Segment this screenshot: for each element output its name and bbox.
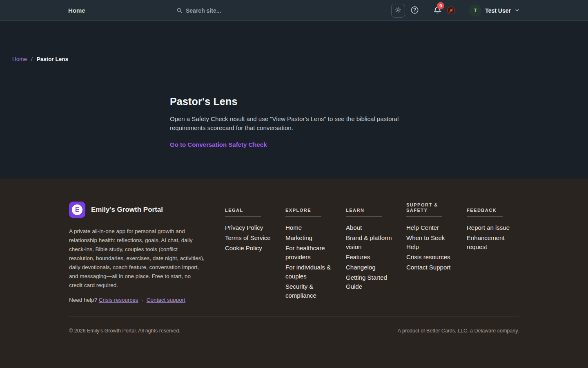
footer-link[interactable]: Terms of Service — [225, 233, 271, 242]
brand-name: Emily's Growth Portal — [91, 206, 163, 214]
footer-link-item: Crisis resources — [406, 253, 459, 262]
footer-link[interactable]: Report an issue — [467, 223, 510, 232]
footer-link[interactable]: Marketing — [285, 233, 312, 242]
breadcrumb: Home / Pastor Lens — [12, 56, 68, 62]
help-button[interactable] — [410, 6, 419, 16]
footer-link[interactable]: Brand & platform vision — [346, 233, 398, 251]
avatar: T — [469, 4, 481, 17]
copyright-text: © 2026 Emily's Growth Portal. All rights… — [69, 328, 180, 334]
brand-description: A private all-in-one app for personal gr… — [69, 227, 205, 290]
footer-link[interactable]: Contact Support — [406, 263, 450, 272]
main-content: Home / Pastor Lens Pastor's Lens Open a … — [0, 21, 588, 179]
crisis-resources-link[interactable]: Crisis resources — [99, 297, 138, 303]
user-menu[interactable]: T Test User — [469, 4, 520, 17]
footer-link-item: Home — [285, 223, 338, 232]
footer-column-header: LEGAL — [225, 202, 277, 213]
notifications-muted-icon[interactable] — [447, 7, 455, 14]
footer-link-item: Getting Started Guide — [346, 273, 398, 291]
pastor-lens-section: Pastor's Lens Open a Safety Check result… — [170, 96, 418, 148]
footer-link-item: Brand & platform vision — [346, 233, 398, 251]
top-navbar: Home — [0, 0, 588, 21]
footer-column-rule — [225, 216, 261, 217]
footer-link-item: When to Seek Help — [406, 233, 459, 251]
question-circle-icon — [410, 6, 419, 16]
footer-link-item: Marketing — [285, 233, 338, 242]
footer-link-item: About — [346, 223, 398, 232]
contact-support-link[interactable]: Contact support — [147, 297, 185, 303]
go-to-safety-check-link[interactable]: Go to Conversation Safety Check — [170, 141, 267, 148]
user-name: Test User — [485, 7, 511, 14]
footer-column-rule — [467, 216, 503, 217]
search-input[interactable] — [186, 7, 292, 14]
footer-column-rule — [285, 216, 321, 217]
footer-link[interactable]: Features — [346, 253, 370, 262]
brand-logo-letter: E — [72, 204, 82, 215]
footer-brand-block: E Emily's Growth Portal A private all-in… — [69, 202, 206, 303]
breadcrumb-separator: / — [31, 56, 33, 62]
page-description: Open a Safety Check result and use "View… — [170, 114, 418, 132]
footer-link-item: Report an issue — [467, 223, 519, 232]
footer-link[interactable]: Security & compliance — [285, 282, 338, 300]
footer-link[interactable]: Cookie Policy — [225, 244, 262, 253]
footer-link-item: Contact Support — [406, 263, 459, 272]
footer-column-rule — [406, 216, 442, 217]
footer-link-item: For individuals & couples — [285, 263, 338, 281]
footer-bottom-bar: © 2026 Emily's Growth Portal. All rights… — [69, 317, 519, 334]
footer-column-header: SUPPORT & SAFETY — [406, 202, 459, 213]
footer-column-header: FEEDBACK — [467, 202, 519, 213]
page-title: Pastor's Lens — [170, 96, 418, 108]
product-note: A product of Better Cards, LLC, a Delawa… — [398, 328, 519, 334]
sun-icon — [395, 7, 401, 14]
footer-column: LEARNAboutBrand & platform visionFeature… — [346, 202, 398, 303]
footer-link-item: Changelog — [346, 263, 398, 272]
navbar-divider — [462, 5, 462, 16]
chevron-down-icon — [514, 7, 520, 14]
site-footer: E Emily's Growth Portal A private all-in… — [0, 179, 588, 368]
footer-link[interactable]: For individuals & couples — [285, 263, 338, 281]
footer-link-item: Features — [346, 253, 398, 262]
footer-link[interactable]: Changelog — [346, 263, 376, 272]
navbar-right-cluster: 9 T Test User — [391, 0, 520, 21]
breadcrumb-current: Pastor Lens — [37, 56, 68, 62]
footer-column-rule — [346, 216, 382, 217]
footer-column: FEEDBACKReport an issueEnhancement reque… — [467, 202, 519, 303]
footer-link[interactable]: Help Center — [406, 223, 439, 232]
footer-link-item: Privacy Policy — [225, 223, 277, 232]
footer-link[interactable]: Getting Started Guide — [346, 273, 398, 291]
nav-home-link[interactable]: Home — [68, 0, 85, 21]
theme-toggle-button[interactable] — [391, 4, 405, 18]
footer-link-item: Security & compliance — [285, 282, 338, 300]
footer-link[interactable]: Crisis resources — [406, 253, 450, 262]
footer-link-item: For healthcare providers — [285, 244, 338, 262]
need-help-label: Need help? — [69, 297, 97, 303]
footer-link[interactable]: When to Seek Help — [406, 233, 459, 251]
need-help-row: Need help? Crisis resources · Contact su… — [69, 297, 206, 303]
breadcrumb-home-link[interactable]: Home — [12, 56, 27, 62]
search-icon — [176, 7, 183, 13]
footer-link[interactable]: For healthcare providers — [285, 244, 338, 262]
dot-separator: · — [141, 297, 143, 303]
navbar-divider — [426, 5, 426, 16]
footer-link[interactable]: Privacy Policy — [225, 223, 263, 232]
notification-count-badge: 9 — [437, 2, 444, 9]
footer-link-item: Enhancement request — [467, 233, 519, 251]
footer-column-header: LEARN — [346, 202, 398, 213]
footer-link-item: Help Center — [406, 223, 459, 232]
footer-column-header: EXPLORE — [285, 202, 338, 213]
footer-link[interactable]: Enhancement request — [467, 233, 519, 251]
footer-column: LEGALPrivacy PolicyTerms of ServiceCooki… — [225, 202, 277, 303]
footer-link-item: Cookie Policy — [225, 244, 277, 253]
site-search[interactable] — [176, 0, 292, 21]
footer-column: EXPLOREHomeMarketingFor healthcare provi… — [285, 202, 338, 303]
footer-link[interactable]: About — [346, 223, 362, 232]
notifications-button[interactable]: 9 — [433, 6, 442, 16]
footer-link[interactable]: Home — [285, 223, 302, 232]
brand-logo-icon: E — [69, 202, 85, 218]
footer-link-columns: LEGALPrivacy PolicyTerms of ServiceCooki… — [225, 202, 519, 303]
footer-column: SUPPORT & SAFETYHelp CenterWhen to Seek … — [406, 202, 459, 303]
footer-link-item: Terms of Service — [225, 233, 277, 242]
